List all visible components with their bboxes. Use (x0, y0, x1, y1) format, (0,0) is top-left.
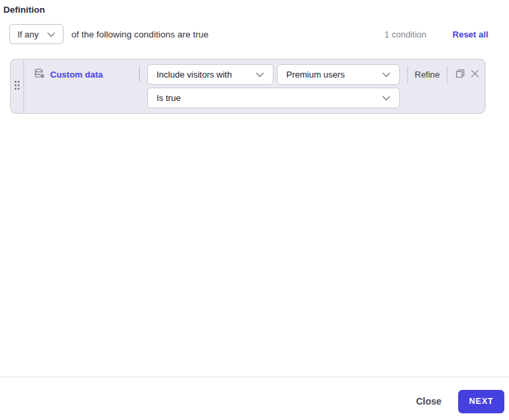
divider (447, 66, 447, 84)
conditions-suffix-text: of the following conditions are true (72, 29, 209, 39)
divider (139, 67, 140, 82)
condition-type-label[interactable]: Custom data (50, 70, 103, 80)
drag-handle[interactable] (11, 60, 24, 113)
reset-all-button[interactable]: Reset all (453, 29, 488, 39)
value-dropdown-value: Is true (157, 93, 181, 103)
operator-dropdown[interactable]: Include visitors with (147, 64, 274, 85)
condition-actions: Refine (407, 64, 482, 85)
operator-dropdown-value: Include visitors with (157, 70, 232, 80)
duplicate-icon (455, 69, 465, 81)
condition-content: Custom data Include visitors with Premiu… (24, 60, 485, 113)
chevron-down-icon (382, 93, 391, 103)
chevron-down-icon (47, 29, 56, 39)
property-dropdown-value: Premium users (286, 70, 344, 80)
property-dropdown[interactable]: Premium users (277, 64, 400, 85)
page-title: Definition (3, 5, 45, 15)
condition-count: 1 condition (385, 29, 427, 39)
value-dropdown[interactable]: Is true (147, 88, 400, 108)
divider (407, 66, 408, 84)
chevron-down-icon (256, 70, 264, 80)
duplicate-condition-button[interactable] (453, 68, 468, 82)
condition-type: Custom data (24, 64, 139, 85)
condition-row: Custom data Include visitors with Premiu… (10, 59, 486, 114)
next-button[interactable]: NEXT (458, 390, 504, 413)
chevron-down-icon (382, 70, 391, 80)
match-type-select[interactable]: If any (9, 24, 64, 44)
database-gear-icon (34, 68, 45, 82)
builder-controls: If any of the following conditions are t… (9, 24, 509, 44)
refine-button[interactable]: Refine (415, 70, 440, 80)
close-button[interactable]: Close (416, 396, 441, 407)
remove-condition-button[interactable] (468, 68, 482, 82)
dialog-footer: Close NEXT (0, 377, 509, 420)
condition-dropdowns: Include visitors with Premium users (147, 64, 400, 108)
drag-dots-icon (14, 80, 20, 93)
segment-definition-panel: Definition If any of the following condi… (0, 0, 509, 420)
close-icon (470, 69, 480, 81)
match-type-value: If any (17, 29, 39, 39)
